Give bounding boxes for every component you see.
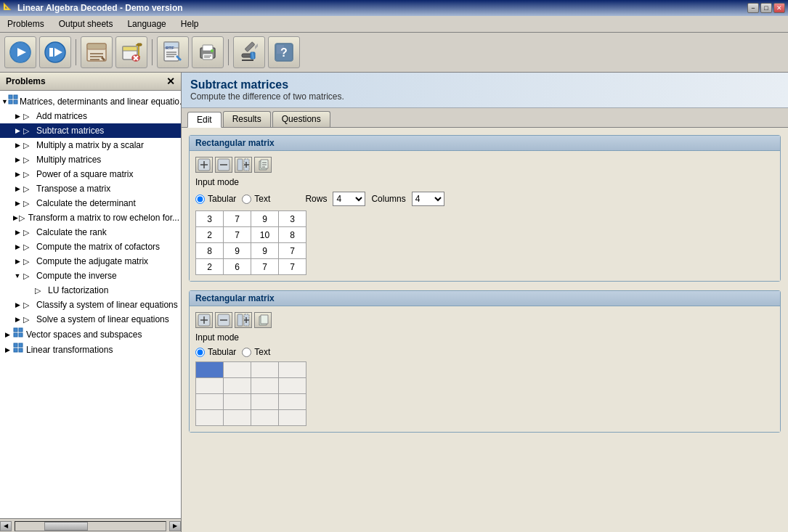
matrix1-cell-1-1[interactable] xyxy=(224,227,251,243)
matrix1-add-col-btn[interactable] xyxy=(235,157,252,173)
matrix1-cell-3-3[interactable] xyxy=(279,259,306,275)
matrix1-text-radio[interactable] xyxy=(242,195,251,204)
matrix1-cell-0-2[interactable] xyxy=(251,211,279,227)
matrix2-cell-3-1[interactable] xyxy=(224,410,251,426)
matrix1-cell-2-1[interactable] xyxy=(224,243,251,259)
matrix2-remove-row-btn[interactable] xyxy=(215,312,232,328)
matrix1-input-1-2[interactable] xyxy=(251,227,278,242)
rtf-button[interactable]: RTF xyxy=(157,36,189,68)
matrix2-cell-0-0[interactable] xyxy=(196,362,224,378)
matrix1-input-1-1[interactable] xyxy=(224,227,251,242)
matrix2-cell-0-3[interactable] xyxy=(279,362,306,378)
matrix1-input-0-2[interactable] xyxy=(251,211,278,226)
matrix2-text-option[interactable]: Text xyxy=(242,347,270,357)
matrix1-cell-0-3[interactable] xyxy=(279,211,306,227)
matrix2-cell-3-3[interactable] xyxy=(279,410,306,426)
matrix1-input-2-3[interactable] xyxy=(279,243,306,258)
tab-questions[interactable]: Questions xyxy=(272,111,330,127)
matrix1-cell-1-3[interactable] xyxy=(279,227,306,243)
sidebar-item-determinant[interactable]: ▶ ▷ Calculate the determinant xyxy=(0,196,181,210)
matrix2-tabular-radio[interactable] xyxy=(195,348,205,357)
matrix1-input-2-1[interactable] xyxy=(224,243,251,258)
scroll-right-btn[interactable]: ▶ xyxy=(169,521,181,531)
matrix1-remove-row-btn[interactable] xyxy=(215,157,232,173)
step-button[interactable] xyxy=(39,36,71,68)
matrix2-cell-1-1[interactable] xyxy=(224,378,251,394)
menu-help[interactable]: Help xyxy=(176,17,203,30)
matrix2-cell-1-2[interactable] xyxy=(251,378,279,394)
matrix2-input-3-0[interactable] xyxy=(196,410,223,425)
matrix1-cell-0-1[interactable] xyxy=(224,211,251,227)
matrix1-cell-3-0[interactable] xyxy=(196,259,224,275)
sidebar-item-linear-transforms[interactable]: ▶ Linear transformations xyxy=(0,342,181,357)
matrix2-input-2-0[interactable] xyxy=(196,394,223,409)
matrix2-cell-1-0[interactable] xyxy=(196,378,224,394)
matrix1-add-row-btn[interactable] xyxy=(195,157,213,173)
matrix1-cell-0-0[interactable] xyxy=(196,211,224,227)
matrix2-input-1-2[interactable] xyxy=(251,378,278,393)
matrix1-cell-3-1[interactable] xyxy=(224,259,251,275)
matrix1-text-option[interactable]: Text xyxy=(242,194,270,204)
scroll-track[interactable] xyxy=(15,521,166,531)
matrix1-cell-2-3[interactable] xyxy=(279,243,306,259)
matrix2-input-0-3[interactable] xyxy=(279,362,306,377)
matrix2-cell-2-3[interactable] xyxy=(279,394,306,410)
list-button[interactable] xyxy=(81,36,113,68)
matrix2-cell-1-3[interactable] xyxy=(279,378,306,394)
sidebar-item-classify[interactable]: ▶ ▷ Classify a system of linear equation… xyxy=(0,298,181,312)
print-button[interactable] xyxy=(192,36,224,68)
matrix1-input-0-0[interactable] xyxy=(196,211,223,226)
sidebar-item-rank[interactable]: ▶ ▷ Calculate the rank xyxy=(0,225,181,240)
matrix2-input-3-1[interactable] xyxy=(224,410,251,425)
matrix1-copy-btn[interactable] xyxy=(254,157,272,173)
matrix1-cell-3-2[interactable] xyxy=(251,259,279,275)
sidebar-item-cofactors[interactable]: ▶ ▷ Compute the matrix of cofactors xyxy=(0,240,181,254)
sidebar-item-matrices-group[interactable]: ▼ Matrices, determinants and linear equa… xyxy=(0,94,181,109)
matrix1-cell-2-2[interactable] xyxy=(251,243,279,259)
matrix2-input-3-3[interactable] xyxy=(279,410,306,425)
matrix2-cell-3-0[interactable] xyxy=(196,410,224,426)
tools-button[interactable] xyxy=(233,36,265,68)
clear-button[interactable] xyxy=(115,36,147,68)
matrix2-input-1-1[interactable] xyxy=(224,378,251,393)
sidebar-item-transpose[interactable]: ▶ ▷ Transpose a matrix xyxy=(0,181,181,196)
tab-results[interactable]: Results xyxy=(223,111,271,127)
matrix1-input-2-2[interactable] xyxy=(251,243,278,258)
tab-edit[interactable]: Edit xyxy=(187,112,222,128)
matrix2-input-1-3[interactable] xyxy=(279,378,306,393)
matrix2-cell-2-0[interactable] xyxy=(196,394,224,410)
matrix2-input-0-1[interactable] xyxy=(224,362,251,377)
matrix1-input-3-2[interactable] xyxy=(251,259,278,274)
matrix1-cols-select[interactable]: 123456 xyxy=(412,192,444,206)
maximize-button[interactable]: □ xyxy=(760,3,772,13)
matrix2-input-2-3[interactable] xyxy=(279,394,306,409)
matrix1-input-0-1[interactable] xyxy=(224,211,251,226)
scroll-left-btn[interactable]: ◀ xyxy=(0,521,12,531)
matrix2-input-0-0[interactable] xyxy=(196,362,223,377)
scroll-thumb[interactable] xyxy=(44,522,88,531)
menu-problems[interactable]: Problems xyxy=(3,17,49,30)
matrix1-input-2-0[interactable] xyxy=(196,243,223,258)
matrix2-add-row-btn[interactable] xyxy=(195,312,213,328)
matrix2-cell-2-1[interactable] xyxy=(224,394,251,410)
matrix1-rows-select[interactable]: 123456 xyxy=(333,192,365,206)
matrix2-text-radio[interactable] xyxy=(242,348,251,357)
sidebar-item-multiply-matrices[interactable]: ▶ ▷ Multiply matrices xyxy=(0,152,181,167)
matrix1-input-1-0[interactable] xyxy=(196,227,223,242)
matrix1-input-3-3[interactable] xyxy=(279,259,306,274)
matrix1-tabular-option[interactable]: Tabular xyxy=(195,194,236,204)
sidebar-item-add-matrices[interactable]: ▶ ▷ Add matrices xyxy=(0,109,181,123)
sidebar-item-vector-spaces[interactable]: ▶ Vector spaces and subspaces xyxy=(0,327,181,342)
sidebar-item-subtract-matrices[interactable]: ▶ ▷ Subtract matrices xyxy=(0,123,181,138)
matrix2-tabular-option[interactable]: Tabular xyxy=(195,347,236,357)
matrix1-input-1-3[interactable] xyxy=(279,227,306,242)
matrix1-input-3-0[interactable] xyxy=(196,259,223,274)
matrix2-add-col-btn[interactable] xyxy=(235,312,252,328)
matrix2-copy-btn[interactable] xyxy=(254,312,272,328)
sidebar-item-row-echelon[interactable]: ▶ ▷ Transform a matrix to row echelon fo… xyxy=(0,210,181,225)
matrix1-cell-1-2[interactable] xyxy=(251,227,279,243)
help-button[interactable]: ? xyxy=(268,36,300,68)
matrix2-cell-3-2[interactable] xyxy=(251,410,279,426)
matrix2-input-3-2[interactable] xyxy=(251,410,278,425)
minimize-button[interactable]: − xyxy=(747,3,759,13)
